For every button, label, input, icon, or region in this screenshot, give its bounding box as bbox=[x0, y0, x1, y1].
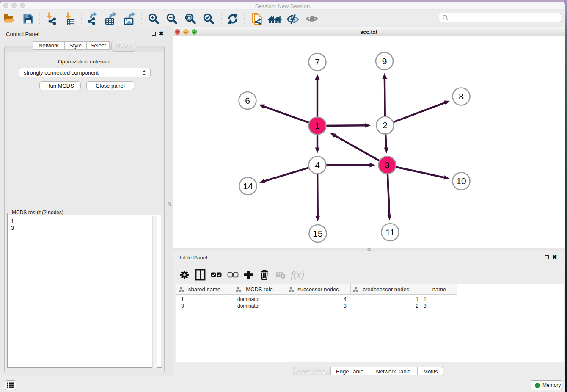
svg-text:f(x): f(x) bbox=[291, 270, 304, 280]
svg-text:2: 2 bbox=[383, 120, 388, 130]
svg-text:9: 9 bbox=[382, 56, 387, 66]
svg-text:3: 3 bbox=[385, 160, 390, 170]
svg-text:15: 15 bbox=[313, 229, 322, 238]
svg-text:8: 8 bbox=[459, 91, 464, 101]
svg-text:14: 14 bbox=[243, 181, 253, 191]
svg-text:11: 11 bbox=[385, 227, 395, 237]
svg-text:1: 1 bbox=[315, 121, 320, 130]
svg-text:7: 7 bbox=[315, 57, 320, 67]
svg-text:10: 10 bbox=[456, 176, 466, 186]
svg-text:6: 6 bbox=[245, 96, 250, 105]
svg-text:4: 4 bbox=[315, 160, 320, 170]
